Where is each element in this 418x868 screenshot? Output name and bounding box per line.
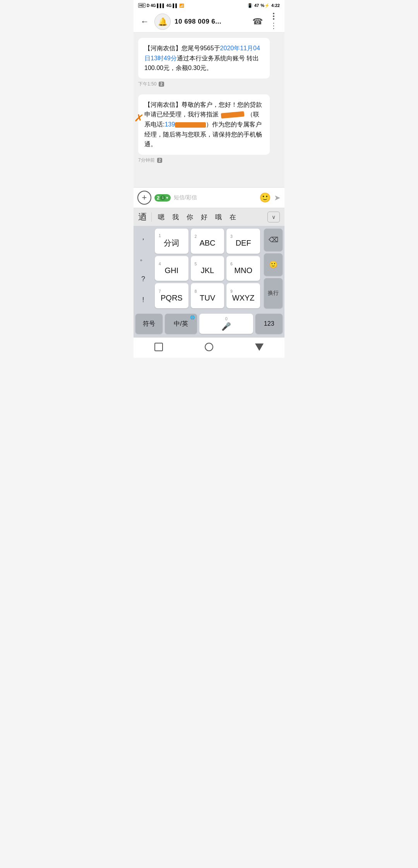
message-input[interactable]: 短信/彩信 [174,194,256,201]
chevron-down-icon: ∨ [272,214,276,220]
status-left: HD D 4G ▌▌▌ 4G ▌▌ 📶 [138,3,184,8]
input-area: + 2 1 ▾ 短信/彩信 🙂 ➤ [134,187,284,208]
key-lang[interactable]: 中/英 🌐 [165,314,197,334]
key-5-jkl[interactable]: 5 JKL [191,256,224,281]
key-emoji-right[interactable]: 🙂 [264,253,283,276]
dot1 [273,13,274,14]
key-period[interactable]: 。 [134,248,152,268]
space-num: 0 [225,316,228,321]
globe-icon: 🌐 [190,315,195,320]
msg2-time: 7分钟前 [138,157,155,164]
square-icon [154,343,163,351]
key-8-tuv[interactable]: 8 TUV [191,283,224,308]
msg2-read-badge: 2 [157,158,163,163]
keyboard-main-area: ， 。 ? ! 1 分词 2 ABC 3 DEF 4 GHI [134,226,284,311]
status-bar: HD D 4G ▌▌▌ 4G ▌▌ 📶 📳 47 %⚡ 4:22 [134,0,284,11]
key-symbol[interactable]: 符号 [135,314,163,334]
lang-label: 中/英 [174,320,188,328]
key-label-wxyz: WXYZ [232,294,255,302]
key-1-fenci[interactable]: 1 分词 [155,229,188,254]
quick-reply-bar: 迺 嗯 我 你 好 哦 在 ∨ [134,208,284,226]
dot2 [273,15,274,17]
key-space[interactable]: 0 🎤 [199,314,253,334]
signal-4g-2: 4G [166,3,171,8]
emoji-button[interactable]: 🙂 [259,192,271,203]
key-123[interactable]: 123 [255,314,283,334]
quick-word-2[interactable]: 我 [171,212,180,222]
call-button[interactable]: ☎ [251,15,264,28]
wifi-icon: 📶 [179,3,184,8]
backspace-icon: ⌫ [269,236,278,244]
hd-badge: HD [138,3,146,8]
quick-word-4[interactable]: 好 [199,212,209,222]
message-block-1: 【河南农信】您尾号9565于2020年11月04日13时49分通过本行业务系统向… [138,38,280,87]
key-num-7: 7 [159,289,161,294]
key-label-pqrs: PQRS [161,294,183,302]
send-button[interactable]: ➤ [274,193,281,202]
message-type-button[interactable]: 2 1 ▾ [154,194,171,202]
key-label-ghi: GHI [165,266,179,275]
key-2-abc[interactable]: 2 ABC [191,229,224,254]
quick-word-1[interactable]: 嗯 [156,212,166,222]
bottom-nav-bar [134,337,284,358]
msg1-time: 下午1:50 [138,81,156,87]
msg2-text-part1: 【河南农信】尊敬的客户，您好！您的贷款申请已经受理，我行将指派 [144,101,262,118]
orange-arrow-icon: ✗ [134,109,145,128]
key-6-mno[interactable]: 6 MNO [226,256,260,281]
key-9-wxyz[interactable]: 9 WXYZ [226,283,260,308]
back-button[interactable]: ← [139,15,151,28]
orange-mark-2 [175,122,206,128]
key-3-def[interactable]: 3 DEF [226,229,260,254]
key-4-ghi[interactable]: 4 GHI [155,256,188,281]
key-label-fenci: 分词 [164,238,179,248]
nav-bar: ← 🔔 10 698 009 6... ☎ ⋮ [134,11,284,32]
back-nav-button[interactable] [251,342,268,352]
smiley-icon: 🙂 [269,260,278,269]
key-comma[interactable]: ， [134,227,152,247]
key-num-8: 8 [195,289,197,294]
mic-icon: 🎤 [221,322,231,331]
quick-word-5[interactable]: 哦 [214,212,223,222]
key-label-tuv: TUV [200,294,215,302]
plus-icon: + [142,193,147,203]
signal-bars-2: ▌▌ [173,3,178,8]
grid-icon[interactable]: 迺 [138,211,147,223]
divider [151,212,152,222]
quick-word-6[interactable]: 在 [228,212,238,222]
recent-apps-button[interactable] [150,342,167,352]
message-bubble-1: 【河南农信】您尾号9565于2020年11月04日13时49分通过本行业务系统向… [138,38,270,79]
message-area: 【河南农信】您尾号9565于2020年11月04日13时49分通过本行业务系统向… [134,32,284,187]
keyboard-bottom-row: 符号 中/英 🌐 0 🎤 123 [134,311,284,337]
add-button[interactable]: + [137,191,151,205]
key-label-abc: ABC [199,239,215,248]
home-button[interactable] [200,342,218,352]
dot3 [273,18,274,20]
collapse-button[interactable]: ∨ [267,212,280,222]
keyboard-main-keys: 1 分词 2 ABC 3 DEF 4 GHI 5 JKL 6 MNO [153,226,262,311]
type-dropdown-icon: ▾ [166,195,168,200]
battery-icon: %⚡ [260,3,270,8]
key-num-3: 3 [230,234,233,239]
newline-label: 换行 [268,290,279,297]
quick-word-3[interactable]: 你 [185,212,195,222]
key-backspace[interactable]: ⌫ [264,229,283,251]
message-bubble-2: 【河南农信】尊敬的客户，您好！您的贷款申请已经受理，我行将指派 （联系电话:13… [138,94,270,155]
keyboard: ， 。 ? ! 1 分词 2 ABC 3 DEF 4 GHI [134,226,284,337]
msg1-meta: 下午1:50 2 [138,81,280,87]
signal-4g-1: 4G [151,3,156,8]
msg1-text-before: 【河南农信】您尾号9565于 [144,45,220,51]
key-num-5: 5 [195,262,197,266]
signal-bars-1: ▌▌▌ [157,3,165,8]
key-num-1: 1 [159,234,161,238]
contact-avatar: 🔔 [154,14,171,30]
key-num-2: 2 [195,234,197,239]
key-7-pqrs[interactable]: 7 PQRS [155,283,188,308]
key-question[interactable]: ? [134,269,152,289]
triangle-icon [255,343,264,351]
key-newline[interactable]: 换行 [264,278,283,308]
key-num-4: 4 [159,262,161,266]
more-button[interactable]: ⋮ [268,11,279,32]
msg2-phone-link[interactable]: 139 [164,121,175,128]
battery-level: 47 [254,3,259,8]
key-exclaim[interactable]: ! [134,290,152,309]
